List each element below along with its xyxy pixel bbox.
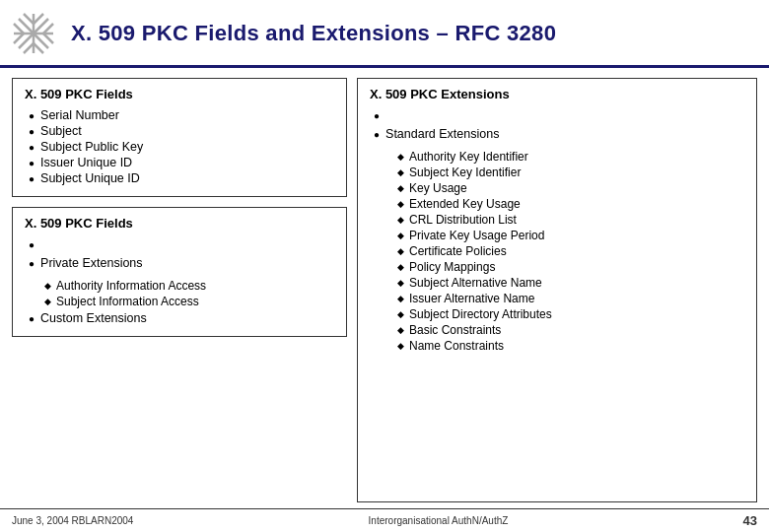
sub-list-item: Subject Key Identifier bbox=[397, 165, 552, 180]
list-item: Subject Public Key bbox=[29, 139, 334, 155]
svg-line-6 bbox=[14, 24, 24, 33]
page-title: X. 509 PKC Fields and Extensions – RFC 3… bbox=[71, 21, 556, 46]
svg-line-10 bbox=[43, 24, 53, 33]
pkc-fields-list: Serial Number Subject Subject Public Key… bbox=[25, 107, 334, 186]
header: X. 509 PKC Fields and Extensions – RFC 3… bbox=[0, 0, 769, 68]
standard-extensions-label: Standard Extensions bbox=[385, 127, 499, 141]
list-item: Issuer Unique ID bbox=[29, 155, 334, 170]
footer: June 3, 2004 RBLARN2004 Interorganisatio… bbox=[0, 508, 769, 532]
svg-line-5 bbox=[34, 14, 43, 24]
sub-list-item: Private Key Usage Period bbox=[397, 228, 552, 243]
pkc-fields-box-bottom: X. 509 PKC Fields ● Private Extensions A… bbox=[12, 207, 347, 337]
item-label: Subject Unique ID bbox=[40, 171, 140, 185]
sub-list-item: Subject Information Access bbox=[44, 294, 206, 309]
pkc-fields-bottom-title: X. 509 PKC Fields bbox=[25, 216, 334, 231]
sub-item-label: Subject Alternative Name bbox=[409, 276, 542, 290]
sub-item-label: Subject Key Identifier bbox=[409, 166, 521, 179]
svg-line-9 bbox=[34, 43, 43, 53]
svg-line-7 bbox=[14, 33, 24, 43]
sub-list-item: Basic Constraints bbox=[397, 322, 552, 338]
sub-item-label: CRL Distribution List bbox=[409, 213, 517, 227]
pkc-fields-bottom-list: ● Private Extensions Authority Informati… bbox=[25, 236, 334, 326]
list-item: Subject bbox=[29, 123, 334, 139]
page-container: X. 509 PKC Fields and Extensions – RFC 3… bbox=[0, 0, 769, 532]
svg-line-11 bbox=[43, 33, 53, 43]
sub-list-item: Certificate Policies bbox=[397, 243, 552, 259]
footer-center: Interorganisational AuthN/AuthZ bbox=[369, 515, 509, 526]
standard-extensions-item: ● Standard Extensions Authority Key Iden… bbox=[374, 107, 744, 355]
custom-extensions-label: Custom Extensions bbox=[40, 311, 147, 325]
sub-item-label: Issuer Alternative Name bbox=[409, 292, 534, 305]
sub-list-item: Name Constraints bbox=[397, 338, 552, 354]
private-extensions-label: Private Extensions bbox=[40, 256, 143, 270]
item-label: Issuer Unique ID bbox=[40, 156, 132, 169]
svg-line-8 bbox=[24, 43, 34, 53]
logo-icon bbox=[10, 10, 57, 57]
list-item: Subject Unique ID bbox=[29, 170, 334, 186]
sub-list-item: Key Usage bbox=[397, 180, 552, 196]
main-content: X. 509 PKC Fields Serial Number Subject … bbox=[0, 68, 769, 508]
left-panel: X. 509 PKC Fields Serial Number Subject … bbox=[12, 78, 347, 502]
sub-item-label: Subject Information Access bbox=[56, 295, 199, 308]
pkc-fields-box-top: X. 509 PKC Fields Serial Number Subject … bbox=[12, 78, 347, 197]
sub-list-item: Issuer Alternative Name bbox=[397, 291, 552, 306]
list-item: Serial Number bbox=[29, 107, 334, 123]
sub-item-label: Private Key Usage Period bbox=[409, 229, 544, 242]
sub-list-item: Policy Mappings bbox=[397, 259, 552, 275]
sub-item-label: Policy Mappings bbox=[409, 260, 495, 274]
sub-item-label: Authority Information Access bbox=[56, 279, 206, 293]
pkc-extensions-title: X. 509 PKC Extensions bbox=[370, 87, 744, 101]
sub-item-label: Certificate Policies bbox=[409, 244, 507, 258]
sub-list-item: Subject Directory Attributes bbox=[397, 306, 552, 322]
item-label: Serial Number bbox=[40, 108, 119, 122]
pkc-fields-title: X. 509 PKC Fields bbox=[25, 87, 334, 101]
sub-list-item: Extended Key Usage bbox=[397, 196, 552, 212]
standard-ext-sub-list: Authority Key Identifier Subject Key Ide… bbox=[374, 149, 552, 354]
sub-item-label: Subject Directory Attributes bbox=[409, 307, 552, 321]
item-label: Subject bbox=[40, 124, 82, 138]
sub-item-label: Name Constraints bbox=[409, 339, 504, 353]
svg-line-4 bbox=[24, 14, 34, 24]
footer-right: 43 bbox=[743, 513, 757, 528]
pkc-extensions-box: X. 509 PKC Extensions ● Standard Extensi… bbox=[357, 78, 757, 502]
sub-list-item: Subject Alternative Name bbox=[397, 275, 552, 291]
sub-item-label: Authority Key Identifier bbox=[409, 150, 528, 164]
list-item-custom: Custom Extensions bbox=[29, 310, 334, 326]
list-item-private: ● Private Extensions Authority Informati… bbox=[29, 236, 334, 310]
sub-list-item: Authority Information Access bbox=[44, 278, 206, 294]
private-ext-sub-list: Authority Information Access Subject Inf… bbox=[29, 278, 206, 309]
sub-list-item: Authority Key Identifier bbox=[397, 149, 552, 165]
sub-item-label: Key Usage bbox=[409, 181, 467, 195]
sub-item-label: Basic Constraints bbox=[409, 323, 501, 337]
sub-item-label: Extended Key Usage bbox=[409, 197, 521, 211]
item-label: Subject Public Key bbox=[40, 140, 143, 154]
sub-list-item: CRL Distribution List bbox=[397, 212, 552, 228]
extensions-top-list: ● Standard Extensions Authority Key Iden… bbox=[370, 107, 744, 355]
footer-left: June 3, 2004 RBLARN2004 bbox=[12, 515, 133, 526]
